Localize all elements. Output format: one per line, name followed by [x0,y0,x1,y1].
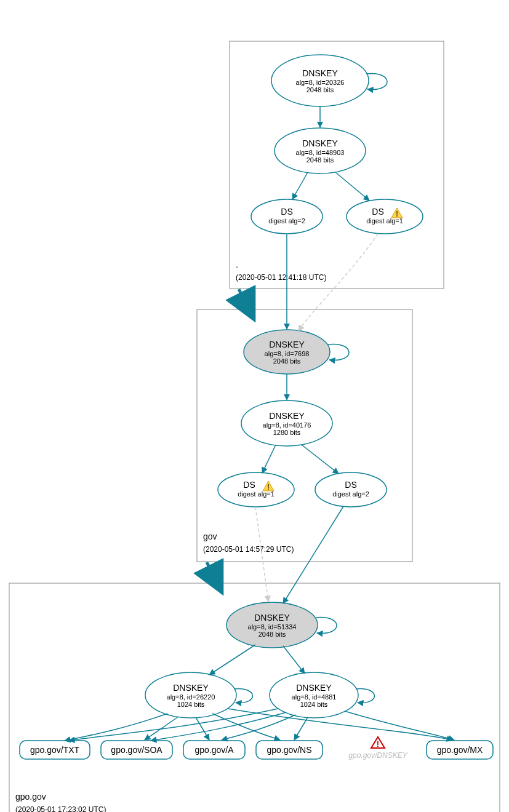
error-icon: ! [371,737,385,749]
svg-text:gpo.gov/TXT: gpo.gov/TXT [30,745,80,755]
delegation-arrow-gov-gpo [207,562,216,581]
svg-point-9 [251,199,323,234]
svg-text:DNSKEY: DNSKEY [254,613,290,623]
svg-text:gpo.gov/SOA: gpo.gov/SOA [111,745,162,755]
svg-text:alg=8, id=51334: alg=8, id=51334 [248,623,297,631]
edge-zsk2-ns [294,717,308,740]
node-root-ksk: DNSKEY alg=8, id=20326 2048 bits [271,55,369,106]
svg-text:2048 bits: 2048 bits [273,357,301,365]
self-loop-gpo-ksk [316,618,337,634]
svg-text:!: ! [377,739,379,749]
edge-gov-zsk-ds1 [262,445,276,473]
svg-text:gpo.gov/A: gpo.gov/A [194,745,234,755]
node-gov-ds2: DS digest alg=2 [315,472,387,507]
svg-text:digest alg=1: digest alg=1 [238,490,275,498]
edge-zsk1-txt [65,714,167,741]
node-root-ds1: DS ! digest alg=1 [347,199,423,234]
node-gov-zsk: DNSKEY alg=8, id=40176 1280 bits [241,400,332,446]
svg-text:gpo.gov/MX: gpo.gov/MX [437,745,483,755]
edge-zsk2-a [222,715,295,740]
node-gov-ksk: DNSKEY alg=8, id=7698 2048 bits [244,330,330,374]
svg-text:DS: DS [345,480,356,490]
edge-zsk1-ns [212,714,280,740]
svg-text:alg=8, id=40176: alg=8, id=40176 [263,421,311,429]
delegation-arrow-root-gov [239,289,248,308]
svg-text:1024 bits: 1024 bits [300,701,328,708]
svg-text:2048 bits: 2048 bits [259,631,286,638]
svg-text:alg=8, id=4881: alg=8, id=4881 [292,693,337,701]
rr-txt: gpo.gov/TXT [20,741,90,759]
svg-text:alg=8, id=48903: alg=8, id=48903 [296,149,345,156]
rr-ns: gpo.gov/NS [256,741,323,759]
edge-zsk2-mx [345,711,454,740]
svg-text:alg=8, id=20326: alg=8, id=20326 [296,79,345,86]
edge-gpo-ksk-zsk1 [209,645,255,675]
svg-text:DNSKEY: DNSKEY [173,683,209,693]
zone-label-root: . [236,260,238,269]
svg-text:2048 bits: 2048 bits [307,86,334,94]
zone-label-gpo: gpo.gov [15,792,46,802]
edge-root-zsk-ds1 [335,172,369,201]
node-root-zsk: DNSKEY alg=8, id=48903 2048 bits [275,128,366,173]
svg-text:alg=8, id=26220: alg=8, id=26220 [167,693,215,701]
rr-mx: gpo.gov/MX [427,741,493,759]
svg-text:DS: DS [243,480,255,490]
svg-text:digest alg=2: digest alg=2 [332,490,369,498]
zone-timestamp-gov: (2020-05-01 14:57:29 UTC) [203,545,294,554]
edge-zsk1-a [196,717,209,740]
edge-root-zsk-ds2 [292,172,308,199]
rr-dnskey-bogus: ! gpo.gov/DNSKEY [348,737,407,760]
edge-gov-ds2-gpo-ksk [283,506,343,603]
svg-point-24 [218,472,294,507]
svg-text:DNSKEY: DNSKEY [269,411,305,421]
edge-gov-ds1-gpo-ksk [255,507,268,602]
svg-text:digest alg=2: digest alg=2 [268,217,305,225]
edge-gpo-ksk-zsk2 [283,646,305,674]
svg-text:DNSKEY: DNSKEY [269,340,305,349]
zone-timestamp-gpo: (2020-05-01 17:23:02 UTC) [15,805,106,812]
svg-text:DS: DS [281,207,292,217]
node-gpo-zsk1: DNSKEY alg=8, id=26220 1024 bits [145,672,236,718]
rr-soa: gpo.gov/SOA [101,741,172,759]
zone-label-gov: gov [203,531,217,541]
rr-a: gpo.gov/A [183,741,245,759]
svg-text:2048 bits: 2048 bits [307,156,334,164]
edge-gov-zsk-ds2 [302,445,339,474]
self-loop-gov-ksk [328,344,349,360]
svg-text:DNSKEY: DNSKEY [302,138,338,148]
node-gpo-ksk: DNSKEY alg=8, id=51334 2048 bits [226,602,318,648]
svg-text:DS: DS [372,207,383,217]
self-loop-root-ksk [366,74,387,90]
svg-text:DNSKEY: DNSKEY [302,68,338,78]
node-gov-ds1: DS ! digest alg=1 [218,472,294,507]
svg-text:gpo.gov/NS: gpo.gov/NS [267,745,311,755]
svg-point-28 [315,472,387,507]
svg-text:gpo.gov/DNSKEY: gpo.gov/DNSKEY [348,751,407,760]
node-root-ds2: DS digest alg=2 [251,199,323,234]
edge-root-ds1-gov-ksk [299,234,378,331]
svg-text:DNSKEY: DNSKEY [296,683,332,693]
svg-text:digest alg=1: digest alg=1 [366,217,403,225]
svg-text:alg=8, id=7698: alg=8, id=7698 [265,350,310,357]
zone-timestamp-root: (2020-05-01 12:41:18 UTC) [236,273,326,282]
svg-text:1024 bits: 1024 bits [177,701,205,708]
svg-point-12 [347,199,423,234]
svg-text:1280 bits: 1280 bits [273,429,301,436]
